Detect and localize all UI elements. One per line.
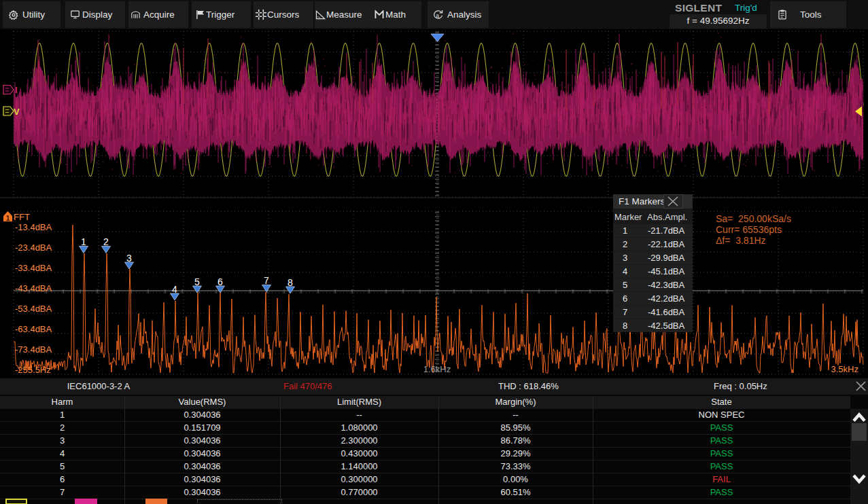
svg-text:6: 6 — [218, 276, 223, 287]
svg-text:-13.4dBA: -13.4dBA — [15, 222, 52, 232]
svg-text:4: 4 — [172, 284, 177, 295]
svg-text:FFT: FFT — [14, 212, 30, 222]
svg-text:1: 1 — [6, 215, 10, 222]
svg-text:-53.4dBA: -53.4dBA — [15, 304, 52, 314]
svg-text:-23.4dBA: -23.4dBA — [15, 242, 52, 253]
svg-text:-33.4dBA: -33.4dBA — [15, 263, 52, 273]
svg-text:1: 1 — [81, 236, 86, 247]
svg-text:8: 8 — [288, 277, 293, 288]
svg-text:Sa= 250.00kSa/s: Sa= 250.00kSa/s — [716, 213, 791, 224]
svg-text:I: I — [15, 85, 18, 95]
svg-text:Δf= 3.81Hz: Δf= 3.81Hz — [716, 235, 766, 246]
svg-text:-255.5Hz: -255.5Hz — [15, 365, 51, 375]
svg-text:-63.4dBA: -63.4dBA — [15, 324, 52, 334]
svg-text:1.6kHz: 1.6kHz — [423, 364, 451, 374]
svg-text:7: 7 — [264, 275, 269, 286]
svg-text:5: 5 — [194, 276, 200, 287]
svg-text:-73.4dBA: -73.4dBA — [15, 344, 52, 355]
svg-text:Curr= 65536pts: Curr= 65536pts — [716, 224, 782, 235]
svg-text:2: 2 — [103, 236, 109, 247]
svg-text:3.5kHz: 3.5kHz — [831, 364, 858, 374]
svg-text:a: a — [436, 12, 439, 18]
svg-text:V: V — [14, 107, 20, 117]
svg-text:-43.4dBA: -43.4dBA — [15, 283, 52, 293]
svg-text:3: 3 — [126, 253, 132, 264]
